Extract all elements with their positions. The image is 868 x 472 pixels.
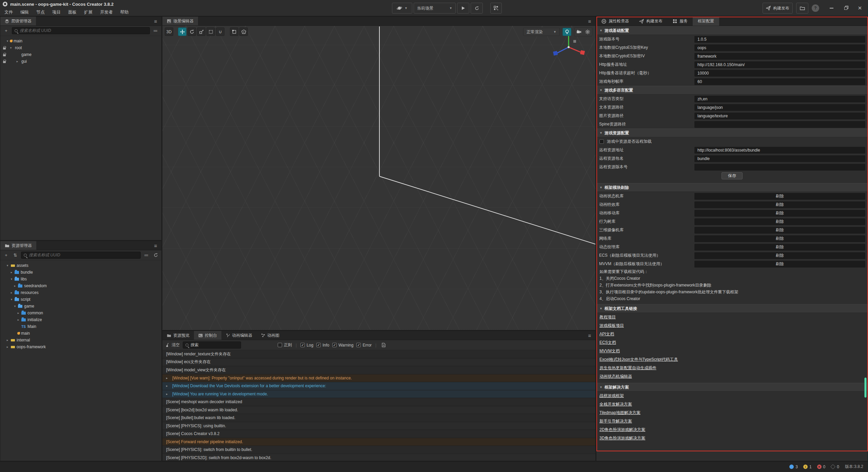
expand-arrow-icon[interactable]: ▸ xyxy=(15,60,20,63)
field-input[interactable]: zh,en xyxy=(694,96,865,102)
section-header-basic[interactable]: ▼游戏基础配置 xyxy=(596,26,868,35)
scene-viewport[interactable]: 3D ∪ 正常渲染 xyxy=(162,26,595,330)
filter-error-checkbox[interactable]: ✓Error xyxy=(356,343,372,348)
regex-checkbox[interactable]: 正则 xyxy=(278,342,292,348)
log-file-button[interactable] xyxy=(380,342,387,349)
tab-framework-config[interactable]: 框架配置 xyxy=(693,17,719,26)
hierarchy-search-input[interactable]: 搜索名称或 UUID xyxy=(12,27,150,34)
doc-link[interactable]: 教程项目 xyxy=(599,314,616,320)
console-log-row[interactable]: ! [Window] render_texture文件夹存在 xyxy=(162,350,595,358)
console-log-row[interactable]: ! [Window] model_view文件夹存在 xyxy=(162,366,595,374)
tab-console[interactable]: 控制台 xyxy=(194,331,221,340)
expand-arrow-icon[interactable]: ▸ xyxy=(9,271,14,274)
doc-link[interactable]: MVVM文档 xyxy=(599,348,620,354)
filter-icon[interactable]: ≔ xyxy=(152,27,159,34)
expand-arrow-icon[interactable]: ▸ xyxy=(13,284,17,288)
tree-node[interactable]: ▾ libs xyxy=(0,276,161,282)
menu-item[interactable]: 节点 xyxy=(33,8,48,16)
console-log-row[interactable]: ! [Window] ecs文件夹存在 xyxy=(162,358,595,367)
field-input[interactable]: 60 xyxy=(694,78,865,85)
assets-search-input[interactable]: 搜索名称或 UUID xyxy=(21,252,141,259)
doc-link[interactable]: 动画状态机编辑器 xyxy=(599,374,632,379)
minimize-button[interactable] xyxy=(829,5,834,11)
menu-item[interactable]: 文件 xyxy=(1,8,17,16)
expand-arrow-icon[interactable]: ▸ xyxy=(5,338,10,342)
expand-arrow-icon[interactable]: ▾ xyxy=(9,277,14,281)
console-log-row[interactable]: ! [Scene] meshopt wasm decoder initializ… xyxy=(162,398,595,406)
field-input[interactable]: http://192.168.0.150/main/ xyxy=(694,61,865,68)
section-header-resources[interactable]: ▼游戏资源配置 xyxy=(596,129,868,137)
refresh-icon[interactable] xyxy=(152,252,159,259)
collider-tool-button[interactable] xyxy=(239,27,248,36)
console-log-row[interactable]: ! [Scene] Cocos Creator v3.8.2 xyxy=(162,430,595,438)
filter-info-checkbox[interactable]: ✓Info xyxy=(316,343,329,348)
remove-module-button[interactable]: 剔除 xyxy=(694,235,865,242)
checkbox-unchecked[interactable] xyxy=(599,139,604,144)
solution-link[interactable]: 3D角色扮演游戏解决方案 xyxy=(599,435,645,441)
scene-settings-button[interactable] xyxy=(583,28,592,36)
remove-module-button[interactable]: 剔除 xyxy=(694,218,865,225)
solution-link[interactable]: 2D角色扮演游戏解决方案 xyxy=(599,427,645,433)
warnings-badge[interactable]: ! 1 xyxy=(803,465,812,469)
console-log-row[interactable]: ! ▸ [Window] [Vue warn]: Property "onInp… xyxy=(162,374,595,382)
console-log-row[interactable]: ! [Scene] [PHYSICS]: switch from builtin… xyxy=(162,446,595,454)
tab-services[interactable]: 服务 xyxy=(668,17,693,26)
tree-node[interactable]: ▸ internal xyxy=(0,337,161,343)
tab-build-publish[interactable]: 构建发布 xyxy=(634,17,668,26)
tab-scene-editor[interactable]: 场景编辑器 xyxy=(162,17,198,25)
reload-button[interactable] xyxy=(471,3,483,14)
tree-node[interactable]: ▸ seedrandom xyxy=(0,282,161,289)
errors-badge[interactable]: ✕ 0 xyxy=(817,465,826,469)
console-log-row[interactable]: ! [Scene] [PHYSICS2D]: switch from box2d… xyxy=(162,454,595,461)
doc-link[interactable]: 游戏模板项目 xyxy=(599,323,624,329)
tab-animation-editor[interactable]: 动画编辑器 xyxy=(221,331,257,340)
save-button[interactable]: 保存 xyxy=(722,172,743,179)
field-input[interactable] xyxy=(694,164,865,171)
close-button[interactable]: ✕ xyxy=(857,5,863,11)
tab-property-inspector[interactable]: 属性检查器 xyxy=(596,17,634,26)
tab-assets[interactable]: 资源管理器 xyxy=(0,241,36,250)
tree-node[interactable]: ▾ assets xyxy=(0,262,161,269)
remove-module-button[interactable]: 剔除 xyxy=(694,261,865,268)
rect-tool-button[interactable] xyxy=(206,27,215,36)
open-project-folder-button[interactable] xyxy=(796,3,808,14)
menu-item[interactable]: 帮助 xyxy=(117,8,133,16)
tree-node[interactable]: game xyxy=(0,51,161,58)
tree-node[interactable]: ▾ main xyxy=(0,38,161,44)
build-publish-button[interactable]: 构建发布 xyxy=(763,3,793,14)
add-asset-button[interactable]: + xyxy=(3,252,9,259)
tree-node[interactable]: TS Main xyxy=(0,323,161,330)
anchor-tool-button[interactable] xyxy=(230,27,238,36)
filter-warning-checkbox[interactable]: ✓Warning xyxy=(332,343,353,348)
add-node-button[interactable]: + xyxy=(3,27,9,34)
remove-module-button[interactable]: 剔除 xyxy=(694,244,865,251)
field-input[interactable]: language/texture xyxy=(694,113,865,119)
render-mode-dropdown[interactable]: 正常渲染 ▼ xyxy=(523,28,560,36)
field-input[interactable]: 1.0.5 xyxy=(694,36,865,43)
expand-arrow-icon[interactable]: ▾ xyxy=(8,46,13,50)
expand-arrow-icon[interactable]: ▸ xyxy=(16,311,21,315)
panel-menu-icon[interactable]: ≡ xyxy=(150,241,161,250)
scale-tool-button[interactable] xyxy=(197,27,205,36)
scene-selector-dropdown[interactable]: 当前场景 ▼ xyxy=(414,3,456,14)
tab-asset-preview[interactable]: 资源预览 xyxy=(162,331,194,340)
solution-link[interactable]: 战棋游戏框架 xyxy=(599,393,624,399)
field-input[interactable]: 10000 xyxy=(694,70,865,77)
solution-link[interactable]: Tiledmap地图解决方案 xyxy=(599,410,640,416)
expand-arrow-icon[interactable]: ▸ xyxy=(166,392,172,396)
remove-module-button[interactable]: 剔除 xyxy=(694,252,865,259)
sort-icon[interactable]: ⇅ xyxy=(12,252,19,259)
remove-module-button[interactable]: 剔除 xyxy=(694,227,865,234)
doc-link[interactable]: Excel格式转Json文件与TypeScript代码工具 xyxy=(599,357,678,362)
messages-badge[interactable]: 3 xyxy=(789,465,798,469)
expand-arrow-icon[interactable]: ▸ xyxy=(9,291,14,294)
expand-arrow-icon[interactable]: ▸ xyxy=(166,384,172,388)
solution-link[interactable]: 新手引导解决方案 xyxy=(599,418,632,424)
preview-qr-button[interactable] xyxy=(490,3,502,14)
remove-module-button[interactable]: 剔除 xyxy=(694,201,865,208)
section-header-solutions[interactable]: ▼框架解决方案 xyxy=(596,383,868,392)
expand-arrow-icon[interactable]: ▸ xyxy=(166,376,172,380)
tab-hierarchy[interactable]: 层级管理器 xyxy=(0,17,36,25)
expand-arrow-icon[interactable]: ▾ xyxy=(13,304,17,308)
remove-module-button[interactable]: 剔除 xyxy=(694,193,865,200)
